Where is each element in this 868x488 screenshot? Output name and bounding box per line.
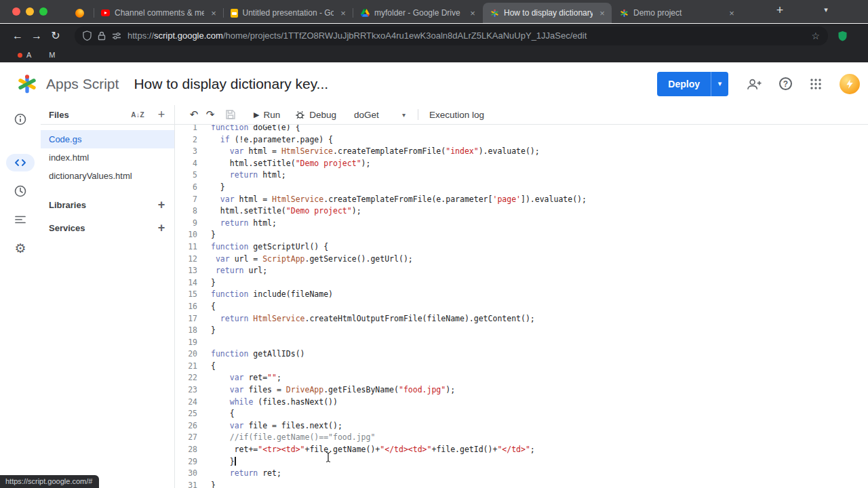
new-tab-button[interactable]	[772, 3, 788, 18]
browser-tab-how-to-display-dictionary-ke[interactable]: How to display dictionary keys,v	[483, 3, 612, 23]
code-line-16[interactable]: 16{	[175, 301, 868, 313]
tab-close-icon[interactable]	[597, 8, 607, 18]
code-line-6[interactable]: 6 }	[175, 182, 868, 194]
debug-button[interactable]: Debug	[295, 110, 336, 120]
execution-log-button[interactable]: Execution log	[429, 110, 484, 120]
sidebar-section-libraries[interactable]: Libraries	[41, 195, 174, 215]
line-number[interactable]: 26	[175, 420, 197, 432]
help-icon[interactable]	[779, 77, 792, 90]
code-line-30[interactable]: 30 return ret;	[175, 468, 868, 480]
code-line-15[interactable]: 15function include(fileName)	[175, 289, 868, 301]
deploy-button[interactable]: Deploy	[657, 72, 728, 96]
browser-tab-untitled-presentation-google[interactable]: Untitled presentation - Google S	[224, 3, 353, 23]
code-line-7[interactable]: 7 var html = HtmlService.createTemplateF…	[175, 194, 868, 206]
line-number[interactable]: 17	[175, 313, 197, 325]
tab-close-icon[interactable]	[468, 8, 477, 18]
code-line-18[interactable]: 18}	[175, 325, 868, 337]
forward-button[interactable]	[27, 30, 46, 42]
code-line-24[interactable]: 24 while (files.hasNext())	[175, 396, 868, 409]
file-item-index.html[interactable]: index.html	[41, 148, 174, 167]
account-avatar[interactable]	[840, 74, 860, 94]
browser-tab-demo-project[interactable]: Demo project	[612, 3, 741, 23]
code-line-17[interactable]: 17 return HtmlService.createHtmlOutputFr…	[175, 313, 868, 325]
add-services-icon[interactable]	[155, 222, 167, 234]
line-number[interactable]: 7	[175, 194, 197, 206]
bookmark-item-m[interactable]: M	[49, 51, 55, 59]
file-item-dictionaryValues.html[interactable]: dictionaryValues.html	[41, 167, 174, 185]
code-line-25[interactable]: 25 {	[175, 408, 868, 420]
bookmark-item-a[interactable]: A	[18, 51, 31, 59]
line-number[interactable]: 10	[175, 229, 197, 241]
code-line-14[interactable]: 14}	[175, 277, 868, 289]
line-number[interactable]: 2	[175, 134, 197, 146]
code-line-19[interactable]: 19	[175, 337, 868, 349]
code-line-23[interactable]: 23 var files = DriveApp.getFilesByName("…	[175, 384, 868, 396]
bookmark-star-icon[interactable]	[811, 30, 820, 41]
undo-button[interactable]	[186, 108, 202, 121]
line-number[interactable]: 9	[175, 218, 197, 230]
nav-executions[interactable]	[4, 205, 37, 234]
tab-close-icon[interactable]	[209, 8, 218, 18]
line-number[interactable]: 27	[175, 432, 197, 444]
line-number[interactable]: 3	[175, 146, 197, 158]
code-line-22[interactable]: 22 var ret="";	[175, 372, 868, 384]
line-number[interactable]: 1	[175, 125, 197, 134]
close-window-button[interactable]	[12, 7, 20, 16]
back-button[interactable]	[8, 30, 27, 42]
file-item-Code.gs[interactable]: Code.gs	[41, 130, 174, 148]
reload-button[interactable]	[46, 29, 65, 42]
code-line-26[interactable]: 26 var file = files.next();	[175, 420, 868, 432]
google-apps-grid-icon[interactable]	[810, 78, 822, 90]
nav-triggers[interactable]	[4, 177, 37, 205]
line-number[interactable]: 4	[175, 158, 197, 170]
line-number[interactable]: 23	[175, 384, 197, 396]
code-line-21[interactable]: 21{	[175, 361, 868, 373]
line-number[interactable]: 8	[175, 205, 197, 218]
maximize-window-button[interactable]	[39, 7, 47, 16]
line-number[interactable]: 15	[175, 289, 197, 301]
run-button[interactable]: Run	[254, 110, 280, 120]
sort-files-icon[interactable]	[131, 111, 144, 119]
line-number[interactable]: 25	[175, 408, 197, 420]
code-line-8[interactable]: 8 html.setTitle("Demo project");	[175, 205, 868, 218]
shield-icon[interactable]	[83, 30, 92, 41]
line-number[interactable]: 16	[175, 301, 197, 313]
tune-icon[interactable]	[112, 32, 121, 40]
tab-search-chevron-icon[interactable]	[819, 5, 833, 14]
line-number[interactable]: 28	[175, 444, 197, 456]
minimize-window-button[interactable]	[26, 7, 34, 16]
code-line-1[interactable]: 1function doGet(e) {	[175, 125, 868, 134]
tab-close-icon[interactable]	[338, 8, 348, 18]
address-bar[interactable]: https://script.google.com/home/projects/…	[75, 26, 828, 45]
code-line-20[interactable]: 20function getAllIDs()	[175, 348, 868, 361]
code-line-5[interactable]: 5 return html;	[175, 169, 868, 182]
deploy-dropdown-caret-icon[interactable]	[711, 72, 728, 96]
code-line-4[interactable]: 4 html.setTitle("Demo project");	[175, 158, 868, 170]
line-number[interactable]: 22	[175, 372, 197, 384]
line-number[interactable]: 29	[175, 456, 197, 468]
add-libraries-icon[interactable]	[155, 199, 167, 211]
add-file-icon[interactable]	[155, 108, 167, 121]
line-number[interactable]: 19	[175, 337, 197, 349]
lock-icon[interactable]	[98, 31, 106, 41]
browser-tab-pinned[interactable]	[65, 3, 94, 23]
code-line-31[interactable]: 31}	[175, 480, 868, 488]
code-editor[interactable]: 1function doGet(e) {2 if (!e.parameter.p…	[175, 125, 868, 488]
share-person-add-icon[interactable]	[746, 77, 762, 91]
line-number[interactable]: 24	[175, 396, 197, 409]
line-number[interactable]: 18	[175, 325, 197, 337]
line-number[interactable]: 21	[175, 361, 197, 373]
line-number[interactable]: 20	[175, 348, 197, 361]
sidebar-section-services[interactable]: Services	[41, 218, 174, 238]
function-selector[interactable]: doGet	[354, 110, 406, 120]
nav-settings[interactable]: ⚙	[4, 234, 37, 262]
code-line-9[interactable]: 9 return html;	[175, 218, 868, 230]
line-number[interactable]: 14	[175, 277, 197, 289]
browser-tab-myfolder-google-drive[interactable]: myfolder - Google Drive	[353, 3, 482, 23]
project-title[interactable]: How to display dictionary key...	[134, 76, 328, 92]
browser-tab-channel-comments-mentions[interactable]: Channel comments & mentions	[94, 3, 223, 23]
line-number[interactable]: 11	[175, 241, 197, 253]
code-line-29[interactable]: 29 }	[175, 456, 868, 468]
nav-overview[interactable]	[4, 105, 37, 134]
save-button[interactable]	[225, 109, 236, 120]
